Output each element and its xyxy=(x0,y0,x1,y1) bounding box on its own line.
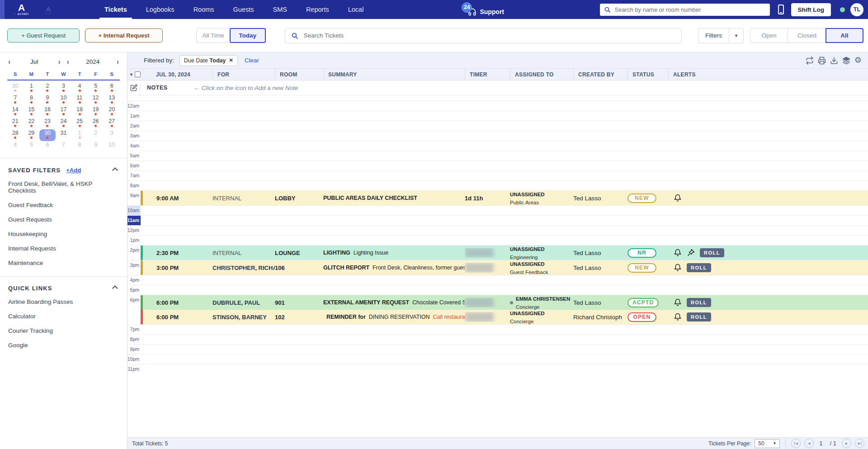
calendar-date[interactable]: 23 xyxy=(39,118,56,129)
column-header-for[interactable]: FOR xyxy=(212,69,275,80)
toggle-closed[interactable]: Closed xyxy=(788,28,826,43)
calendar-date[interactable]: 10 xyxy=(56,94,72,106)
add-internal-request-button[interactable]: + Internal Request xyxy=(85,28,162,43)
calendar-date[interactable]: 17 xyxy=(56,106,72,118)
calendar-date[interactable]: 28 xyxy=(7,129,24,141)
saved-filter-item[interactable]: Guest Requests xyxy=(8,212,119,227)
calendar-date[interactable]: 26 xyxy=(88,118,104,129)
saved-filter-item[interactable]: Internal Requests xyxy=(8,241,119,255)
roll-badge[interactable]: ROLL xyxy=(687,263,711,272)
calendar-date[interactable]: 31 xyxy=(56,129,72,141)
bell-icon[interactable] xyxy=(674,264,682,272)
add-saved-filter-link[interactable]: +Add xyxy=(66,167,81,174)
saved-filter-item[interactable]: Maintenance xyxy=(8,255,119,270)
calendar-date[interactable]: 30 xyxy=(39,129,56,141)
mobile-phone-icon[interactable] xyxy=(778,5,784,14)
calendar-date[interactable]: 9 xyxy=(88,141,104,153)
column-header-status[interactable]: STATUS xyxy=(627,69,668,80)
bell-icon[interactable] xyxy=(674,249,682,257)
shift-log-button[interactable]: Shift Log xyxy=(791,3,831,16)
saved-filter-item[interactable]: Guest Feedback xyxy=(8,198,119,212)
calendar-date[interactable]: 24 xyxy=(56,118,72,129)
calendar-date[interactable]: 25 xyxy=(71,118,88,129)
collapse-chevron-icon[interactable] xyxy=(112,285,118,291)
support-button[interactable]: 24 Support xyxy=(468,3,504,16)
calendar-date[interactable]: 4 xyxy=(7,141,24,153)
chevron-left-icon[interactable]: ‹ xyxy=(67,59,69,65)
calendar-date[interactable]: 6 xyxy=(39,141,56,153)
calendar-date[interactable]: 8 xyxy=(71,141,88,153)
quick-link-item[interactable]: Airline Boarding Passes xyxy=(8,294,119,309)
calendar-date[interactable]: 29 xyxy=(24,129,40,141)
chevron-right-icon[interactable]: › xyxy=(117,59,119,65)
ticket-row[interactable]: 9:00 AM INTERNAL LOBBY PUBLIC AREAS DAIL… xyxy=(141,191,868,205)
bell-icon[interactable] xyxy=(674,194,682,202)
column-header-alerts[interactable]: ALERTS xyxy=(668,69,868,80)
nav-item-reports[interactable]: Reports xyxy=(297,0,339,19)
calendar-date[interactable]: 13 xyxy=(104,94,120,106)
calendar-date[interactable]: 15 xyxy=(24,106,40,118)
bell-icon[interactable] xyxy=(674,298,682,307)
add-note-button[interactable] xyxy=(127,80,141,95)
layers-icon[interactable] xyxy=(842,57,850,65)
chevron-right-icon[interactable]: › xyxy=(58,59,60,65)
quick-link-item[interactable]: Calculator xyxy=(8,309,119,323)
calendar-date[interactable]: 3 xyxy=(104,129,120,141)
ticket-row[interactable]: 3:00 PM CHRISTOPHER, RICHARD 106 GLITCH … xyxy=(141,260,868,275)
pushpin-icon[interactable] xyxy=(687,249,695,257)
filter-chip-due-date-today[interactable]: Due Date Today ✕ xyxy=(179,55,238,66)
toggle-open[interactable]: Open xyxy=(750,28,788,43)
calendar-date[interactable]: 7 xyxy=(7,94,24,106)
next-page-button[interactable]: ▶ xyxy=(842,439,851,448)
calendar-date[interactable]: 8 xyxy=(24,94,40,106)
quick-link-item[interactable]: Google xyxy=(8,338,119,352)
global-search-input[interactable] xyxy=(614,6,766,14)
calendar-date[interactable]: 5 xyxy=(88,82,104,94)
chevron-left-icon[interactable]: ‹ xyxy=(8,59,10,65)
toggle-all[interactable]: All xyxy=(826,28,863,43)
column-header-assigned-to[interactable]: ASSIGNED TO xyxy=(510,69,573,80)
calendar-date[interactable]: 4 xyxy=(71,82,88,94)
nav-item-tickets[interactable]: Tickets xyxy=(95,0,137,19)
calendar-date[interactable]: 12 xyxy=(88,94,104,106)
calendar-date[interactable]: 2 xyxy=(39,82,56,94)
filters-button[interactable]: Filters ▼ xyxy=(698,28,744,43)
calendar-date[interactable]: 5 xyxy=(24,141,40,153)
calendar-date[interactable]: 3 xyxy=(56,82,72,94)
calendar-date[interactable]: 16 xyxy=(39,106,56,118)
calendar-date[interactable]: 27 xyxy=(104,118,120,129)
ticket-search-input[interactable] xyxy=(303,32,676,39)
ticket-row[interactable]: 2:30 PM INTERNAL LOUNGE LIGHTING Lightin… xyxy=(141,246,868,260)
last-page-button[interactable]: ▶ xyxy=(855,439,864,448)
nav-item-rooms[interactable]: Rooms xyxy=(184,0,224,19)
calendar-date[interactable]: 1 xyxy=(24,82,40,94)
nav-item-guests[interactable]: Guests xyxy=(224,0,264,19)
column-header-timer[interactable]: TIMER xyxy=(465,69,510,80)
calendar-date[interactable]: 1 xyxy=(71,129,88,141)
calendar-date[interactable]: 6 xyxy=(104,82,120,94)
calendar-date[interactable]: 11 xyxy=(71,94,88,106)
nav-item-local[interactable]: Local xyxy=(339,0,373,19)
column-header-summary[interactable]: SUMMARY xyxy=(323,69,465,80)
user-avatar[interactable]: TL xyxy=(850,3,863,16)
nav-item-sms[interactable]: SMS xyxy=(264,0,297,19)
print-icon[interactable] xyxy=(818,57,826,65)
collapse-chevron-icon[interactable] xyxy=(112,167,118,173)
roll-badge[interactable]: ROLL xyxy=(687,312,711,321)
calendar-date[interactable]: 22 xyxy=(24,118,40,129)
quick-link-item[interactable]: Courier Tracking xyxy=(8,323,119,338)
per-page-select[interactable]: 50 ▼ xyxy=(755,439,780,448)
select-all-checkbox[interactable] xyxy=(135,71,141,77)
column-header-created-by[interactable]: CREATED BY xyxy=(573,69,627,80)
ticket-row[interactable]: 6:00 PM DUBRULE, PAUL 901 EXTERNAL AMENI… xyxy=(141,295,868,310)
calendar-date[interactable]: 7 xyxy=(56,141,72,153)
roll-badge[interactable]: ROLL xyxy=(700,248,724,257)
calendar-date[interactable]: 18 xyxy=(71,106,88,118)
download-icon[interactable] xyxy=(830,57,838,65)
nav-item-logbooks[interactable]: Logbooks xyxy=(137,0,184,19)
calendar-date[interactable]: 20 xyxy=(104,106,120,118)
roll-badge[interactable]: ROLL xyxy=(687,298,711,307)
toggle-all-time[interactable]: All Time xyxy=(196,28,231,43)
add-guest-request-button[interactable]: + Guest Request xyxy=(7,28,80,43)
settings-gear-icon[interactable]: ⚙ xyxy=(854,57,862,64)
